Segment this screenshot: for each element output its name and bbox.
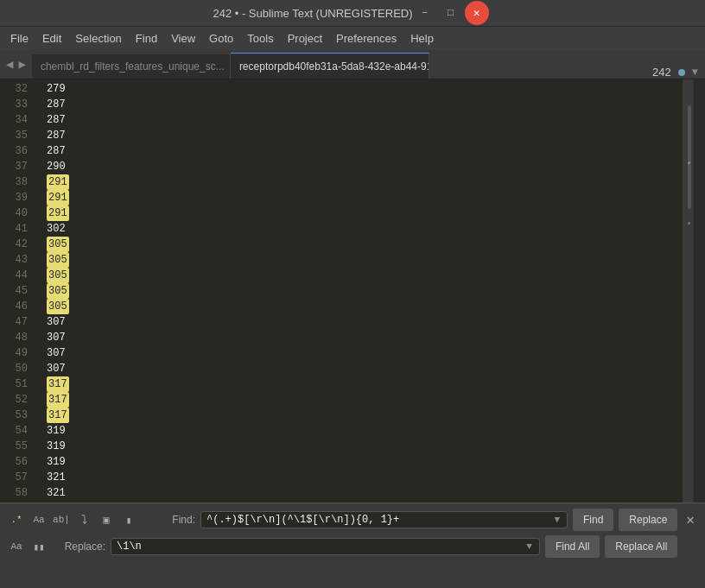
line-value-53: 317 (47, 408, 69, 423)
line-number-43: 43 (0, 252, 35, 268)
line-value-37: 290 (47, 159, 66, 174)
line-number-44: 44 (0, 268, 35, 283)
replace-input-wrap[interactable]: ▼ (111, 538, 540, 555)
line-value-57: 321 (47, 470, 66, 485)
menu-selection[interactable]: Selection (68, 30, 128, 47)
find-button[interactable]: Find (573, 509, 613, 531)
code-line-50: 307 (47, 361, 683, 376)
minimize-button[interactable]: – (413, 1, 437, 25)
replace-option-icons: Aa ▮▮ (7, 537, 48, 556)
replace-input[interactable] (117, 541, 524, 553)
line-value-45: 305 (47, 283, 69, 299)
tab-receptor[interactable]: receptorpdb40feb31a-5da8-432e-ab44-91405… (231, 53, 429, 79)
tab-dropdown-icon[interactable]: ▼ (692, 66, 698, 79)
tab-chembl-label: chembl_rd_filters_features_unique_sc... (41, 60, 225, 73)
line-number-35: 35 (0, 128, 35, 143)
menu-project[interactable]: Project (281, 30, 329, 47)
find-input-wrap[interactable]: ▼ (200, 511, 568, 528)
line-value-46: 305 (47, 299, 69, 314)
tab-number: 242 (652, 66, 671, 79)
line-number-49: 49 (0, 345, 35, 361)
code-area[interactable]: 2792872872872872902912912913023053053053… (41, 79, 683, 503)
line-number-52: 52 (0, 392, 35, 408)
replace-row: Aa ▮▮ Replace: ▼ Find All Replace All ✕ (7, 535, 698, 558)
minimap (693, 79, 705, 503)
line-value-51: 317 (47, 376, 69, 392)
code-line-44: 305 (47, 268, 683, 283)
find-input[interactable] (206, 514, 552, 526)
line-value-39: 291 (47, 190, 69, 205)
code-line-55: 319 (47, 439, 683, 454)
tab-receptor-label: receptorpdb40feb31a-5da8-432e-ab44-91405… (239, 60, 429, 73)
line-number-57: 57 (0, 470, 35, 485)
code-line-35: 287 (47, 128, 683, 143)
findbar-close-icon[interactable]: ✕ (683, 511, 698, 528)
code-line-45: 305 (47, 283, 683, 299)
close-button[interactable]: ✕ (465, 1, 489, 25)
tab-next-icon[interactable]: ▶ (16, 57, 28, 72)
find-dropdown-icon[interactable]: ▼ (552, 515, 562, 525)
case-toggle[interactable]: Aa (29, 510, 48, 529)
find-label: Find: (143, 514, 195, 526)
code-line-33: 287 (47, 97, 683, 112)
line-value-42: 305 (47, 237, 69, 252)
line-value-50: 307 (47, 361, 66, 376)
line-value-59: 321 (47, 501, 66, 503)
preserve-case-toggle[interactable]: Aa (7, 537, 26, 556)
code-line-54: 319 (47, 423, 683, 439)
line-numbers: 3233343536373839404142434445464748495051… (0, 79, 41, 503)
wrap-toggle[interactable]: ⤵ (74, 510, 93, 529)
line-value-38: 291 (47, 174, 69, 190)
find-row: .* Aa ab| ⤵ ▣ ▮ Find: ▼ Find Replace ✕ (7, 509, 698, 531)
line-value-49: 307 (47, 345, 66, 361)
line-value-36: 287 (47, 143, 66, 159)
code-line-51: 317 (47, 376, 683, 392)
vertical-scrollbar[interactable] (683, 79, 693, 503)
menu-help[interactable]: Help (403, 30, 441, 47)
word-toggle[interactable]: ab| (52, 510, 71, 529)
tab-prev-icon[interactable]: ◀ (3, 57, 16, 72)
code-line-57: 321 (47, 470, 683, 485)
line-number-42: 42 (0, 237, 35, 252)
line-value-55: 319 (47, 439, 66, 454)
line-value-35: 287 (47, 128, 66, 143)
line-value-40: 291 (47, 205, 69, 221)
line-value-44: 305 (47, 268, 69, 283)
line-number-50: 50 (0, 361, 35, 376)
tab-nav: ◀ ▶ (0, 50, 32, 79)
menu-find[interactable]: Find (129, 30, 164, 47)
in-selection-toggle[interactable]: ▣ (97, 510, 116, 529)
replace-dropdown-icon[interactable]: ▼ (524, 541, 534, 552)
replace-all-button[interactable]: Replace All (605, 535, 677, 558)
code-line-39: 291 (47, 190, 683, 205)
menu-file[interactable]: File (3, 30, 35, 47)
menu-preferences[interactable]: Preferences (329, 30, 403, 47)
menu-tools[interactable]: Tools (240, 30, 280, 47)
code-line-37: 290 (47, 159, 683, 174)
replace-button[interactable]: Replace (619, 509, 677, 531)
regex-toggle[interactable]: .* (7, 510, 26, 529)
code-line-42: 305 (47, 237, 683, 252)
titlebar: 242 • - Sublime Text (UNREGISTERED) – □ … (0, 0, 705, 26)
line-number-53: 53 (0, 408, 35, 423)
highlight-matches-toggle[interactable]: ▮ (119, 510, 138, 529)
line-number-55: 55 (0, 439, 35, 454)
line-number-37: 37 (0, 159, 35, 174)
menu-view[interactable]: View (164, 30, 202, 47)
line-number-58: 58 (0, 485, 35, 501)
line-number-36: 36 (0, 143, 35, 159)
editor-area: 3233343536373839404142434445464748495051… (0, 79, 705, 503)
replace-label: Replace: (54, 541, 105, 553)
code-line-43: 305 (47, 252, 683, 268)
menu-edit[interactable]: Edit (35, 30, 68, 47)
line-value-41: 302 (47, 221, 66, 237)
scrollbar-thumb[interactable] (688, 105, 691, 209)
code-line-48: 307 (47, 330, 683, 345)
menu-goto[interactable]: Goto (202, 30, 240, 47)
line-number-51: 51 (0, 376, 35, 392)
tab-chembl[interactable]: chembl_rd_filters_features_unique_sc... (32, 54, 231, 79)
code-line-46: 305 (47, 299, 683, 314)
maximize-button[interactable]: □ (439, 1, 463, 25)
replace-extra1[interactable]: ▮▮ (29, 537, 48, 556)
find-all-button[interactable]: Find All (545, 535, 600, 558)
